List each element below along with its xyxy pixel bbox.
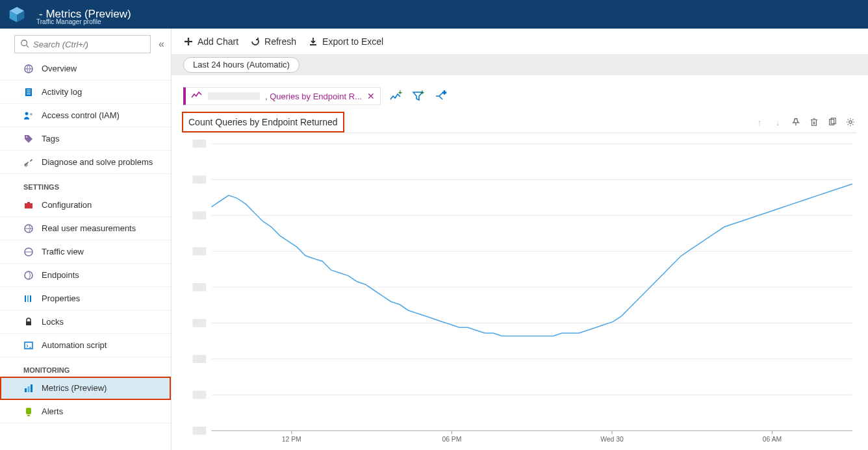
resource-icon [8,5,26,23]
svg-rect-20 [27,295,29,302]
nav-label: Automation script [42,340,107,350]
nav-diagnose[interactable]: Diagnose and solve problems [0,151,171,174]
move-up-icon[interactable]: ↑ [754,116,765,128]
metric-chip[interactable]: , Queries by Endpoint R... ✕ [183,87,381,105]
svg-text:06 PM: 06 PM [442,436,461,443]
svg-point-11 [30,113,32,116]
svg-text:12 PM: 12 PM [282,436,301,443]
nav-metrics[interactable]: Metrics (Preview) [0,377,171,400]
svg-rect-26 [31,384,32,392]
settings-icon[interactable] [845,116,856,128]
time-range-pill[interactable]: Last 24 hours (Automatic) [183,57,300,73]
svg-rect-45 [193,391,207,399]
lock-icon [23,317,34,327]
toolbar: Add Chart Refresh Export to Excel [172,29,868,54]
nav-tags[interactable]: Tags [0,127,171,151]
export-button[interactable]: Export to Excel [308,36,383,47]
close-icon[interactable]: ✕ [367,91,375,101]
svg-rect-40 [193,212,207,220]
collapse-sidebar-icon[interactable]: « [156,38,167,50]
plus-icon [183,36,194,47]
svg-point-12 [26,136,27,138]
svg-text:Wed 30: Wed 30 [600,436,624,443]
svg-rect-46 [193,427,207,436]
nav-label: Endpoints [42,270,79,280]
nav-label: Alerts [42,406,63,416]
svg-rect-24 [25,388,27,392]
sidebar: Search (Ctrl+/) « Overview Activity log … [0,29,172,450]
properties-icon [23,294,34,304]
svg-rect-42 [193,284,207,292]
svg-rect-7 [27,90,31,90]
script-icon [23,340,34,351]
nav-section-settings: SETTINGS [0,174,171,194]
nav-label: Traffic view [42,247,84,256]
svg-rect-43 [193,319,207,328]
iam-icon [23,110,34,121]
nav-label: Tags [42,134,59,144]
svg-line-4 [27,45,29,47]
nav-overview[interactable]: Overview [0,57,171,81]
svg-point-37 [849,121,852,123]
svg-rect-28 [27,415,30,416]
nav-alerts[interactable]: Alerts [0,400,171,423]
metric-chip-row: , Queries by Endpoint R... ✕ + + + [183,87,856,105]
nav-access-control[interactable]: Access control (IAM) [0,104,171,127]
globe-icon [23,270,34,281]
nav-rum[interactable]: Real user measurements [0,217,171,240]
svg-rect-38 [193,140,207,149]
svg-rect-8 [27,92,31,92]
svg-point-18 [25,271,32,279]
delete-icon[interactable] [808,116,820,128]
nav-locks[interactable]: Locks [0,310,171,334]
nav-section-monitoring: MONITORING [0,357,171,377]
tool-label: Refresh [264,36,296,47]
tool-label: Add Chart [198,36,238,47]
move-down-icon[interactable]: ↓ [772,116,784,128]
chart-title[interactable]: Count Queries by Endpoint Returned [183,113,343,131]
svg-rect-39 [193,176,207,184]
search-input[interactable]: Search (Ctrl+/) [14,35,151,53]
nav-label: Metrics (Preview) [42,383,107,393]
nav-label: Access control (IAM) [42,110,120,120]
nav-label: Locks [42,317,64,327]
svg-rect-9 [27,94,31,94]
line-chart-icon [191,91,203,102]
nav-traffic-view[interactable]: Traffic view [0,240,171,264]
filter-bar: Last 24 hours (Automatic) [172,54,868,75]
split-button[interactable]: + [434,90,447,102]
tool-label: Export to Excel [322,36,383,47]
svg-text:06 AM: 06 AM [763,436,782,443]
download-icon [308,36,318,47]
nav-endpoints[interactable]: Endpoints [0,264,171,287]
globe-icon [23,247,34,257]
nav-properties[interactable]: Properties [0,287,171,310]
nav-automation[interactable]: Automation script [0,334,171,357]
resource-type: Traffic Manager profile [36,18,101,25]
briefcase-icon [23,200,34,210]
globe-icon [23,223,34,234]
add-metric-button[interactable]: + [390,90,403,102]
add-filter-button[interactable]: + [412,90,425,102]
pin-icon[interactable] [790,116,802,128]
nav-label: Real user measurements [42,223,136,233]
svg-rect-19 [25,295,26,302]
refresh-icon [250,36,261,47]
add-chart-button[interactable]: Add Chart [183,36,238,47]
nav-label: Properties [42,294,80,303]
svg-rect-21 [30,295,31,302]
search-icon [20,39,29,50]
search-placeholder: Search (Ctrl+/) [33,40,88,49]
svg-rect-15 [27,202,30,203]
chart-plot[interactable]: 12 PM06 PMWed 3006 AM [183,138,856,450]
nav-label: Diagnose and solve problems [42,157,153,167]
nav-label: Overview [42,64,77,73]
refresh-button[interactable]: Refresh [250,36,296,47]
globe-icon [23,64,34,74]
copy-icon[interactable] [826,116,838,128]
nav-configuration[interactable]: Configuration [0,194,171,217]
nav-label: Activity log [42,87,82,97]
chart-actions: ↑ ↓ [754,116,856,128]
svg-rect-44 [193,355,207,364]
nav-activity-log[interactable]: Activity log [0,81,171,104]
